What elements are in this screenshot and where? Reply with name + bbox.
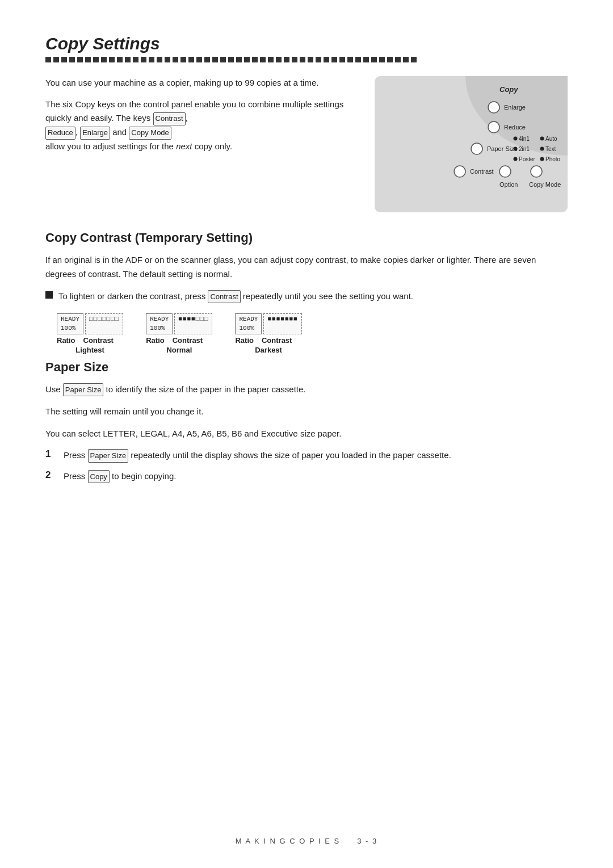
contrast-key: Contrast xyxy=(153,112,186,125)
papersize-key-inline: Paper Size xyxy=(63,383,104,396)
label-row-lightest: Ratio Contrast xyxy=(57,336,114,345)
svg-point-15 xyxy=(540,147,544,151)
ratio-label-normal: Ratio xyxy=(146,336,165,345)
contrast-para1: If an original is in the ADF or on the s… xyxy=(45,253,568,282)
svg-text:Copy Mode: Copy Mode xyxy=(529,181,561,188)
papersize-para1: Use Paper Size to identify the size of t… xyxy=(45,383,568,397)
contrast-label-darkest: Contrast xyxy=(262,336,292,345)
enlarge-key: Enlarge xyxy=(80,127,110,140)
step2-copy-key: Copy xyxy=(88,470,110,483)
lcd-row-normal: READY100% ■■■■□□□ xyxy=(146,313,212,334)
papersize-section-heading: Paper Size xyxy=(45,360,568,375)
svg-text:Poster: Poster xyxy=(519,156,536,162)
label-row-darkest: Ratio Contrast xyxy=(235,336,292,345)
title-divider xyxy=(45,57,568,62)
intro-para2: The six Copy keys on the control panel e… xyxy=(45,98,352,153)
step1-papersize-key: Paper Size xyxy=(88,449,129,462)
contrast-label-normal: Contrast xyxy=(173,336,203,345)
svg-text:Option: Option xyxy=(499,181,518,188)
lcd-contrast-darkest: ■■■■■■■ xyxy=(263,313,301,334)
svg-text:Text: Text xyxy=(545,146,556,152)
step-1-num: 1 xyxy=(45,448,57,460)
svg-point-21 xyxy=(454,166,465,177)
step-2: 2 Press Copy to begin copying. xyxy=(45,469,568,484)
lcd-contrast-lightest: □□□□□□□ xyxy=(85,313,123,334)
display-normal: READY100% ■■■■□□□ Ratio Contrast Normal xyxy=(146,313,212,354)
step-1: 1 Press Paper Size repeatedly until the … xyxy=(45,448,568,463)
display-lightest: READY100% □□□□□□□ Ratio Contrast Lightes… xyxy=(57,313,123,354)
footer-label: M A K I N G C O P I E S xyxy=(236,837,340,845)
lcd-left-lightest: READY100% xyxy=(57,313,83,334)
control-panel-image: Copy Enlarge Reduce 4in1 Auto Paper Size… xyxy=(375,76,568,212)
svg-point-25 xyxy=(531,166,542,177)
contrast-section-heading: Copy Contrast (Temporary Setting) xyxy=(45,230,568,245)
svg-point-17 xyxy=(514,157,518,161)
papersize-para3: You can select LETTER, LEGAL, A4, A5, A6… xyxy=(45,427,568,441)
step-2-num: 2 xyxy=(45,469,57,481)
contrast-key-inline: Contrast xyxy=(208,290,240,303)
bullet-icon xyxy=(45,291,53,299)
svg-text:Reduce: Reduce xyxy=(504,124,526,131)
svg-point-11 xyxy=(471,143,482,154)
svg-point-9 xyxy=(540,137,544,141)
svg-text:Photo: Photo xyxy=(545,156,561,162)
svg-text:Contrast: Contrast xyxy=(470,168,494,175)
step-1-text: Press Paper Size repeatedly until the di… xyxy=(64,448,568,463)
intro-text: You can use your machine as a copier, ma… xyxy=(45,76,352,212)
lcd-left-darkest: READY100% xyxy=(235,313,262,334)
svg-text:Paper Size: Paper Size xyxy=(487,145,518,152)
svg-text:2in1: 2in1 xyxy=(519,146,530,152)
reduce-key: Reduce xyxy=(45,127,75,140)
svg-text:Auto: Auto xyxy=(545,136,557,142)
page-title: Copy Settings xyxy=(45,34,568,53)
caption-lightest: Lightest xyxy=(57,346,123,354)
page-footer: M A K I N G C O P I E S 3 - 3 xyxy=(0,837,613,845)
ratio-label-lightest: Ratio xyxy=(57,336,75,345)
lcd-row-darkest: READY100% ■■■■■■■ xyxy=(235,313,301,334)
footer-page: 3 - 3 xyxy=(357,837,377,845)
intro-para1: You can use your machine as a copier, ma… xyxy=(45,76,352,90)
svg-point-7 xyxy=(514,137,518,141)
svg-point-23 xyxy=(499,166,511,177)
label-row-normal: Ratio Contrast xyxy=(146,336,203,345)
svg-text:Enlarge: Enlarge xyxy=(504,104,526,111)
display-darkest: READY100% ■■■■■■■ Ratio Contrast Darkest xyxy=(235,313,301,354)
svg-text:4in1: 4in1 xyxy=(519,136,530,142)
ratio-label-darkest: Ratio xyxy=(235,336,254,345)
step-2-text: Press Copy to begin copying. xyxy=(64,469,568,484)
intro-section: You can use your machine as a copier, ma… xyxy=(45,76,568,212)
svg-point-13 xyxy=(514,147,518,151)
svg-point-3 xyxy=(488,102,499,113)
lcd-left-normal: READY100% xyxy=(146,313,173,334)
caption-darkest: Darkest xyxy=(235,346,301,354)
contrast-label-lightest: Contrast xyxy=(83,336,114,345)
svg-point-5 xyxy=(488,121,499,133)
lcd-contrast-normal: ■■■■□□□ xyxy=(174,313,212,334)
lcd-row-lightest: READY100% □□□□□□□ xyxy=(57,313,123,334)
caption-normal: Normal xyxy=(146,346,212,354)
contrast-bullet-text: To lighten or darken the contrast, press… xyxy=(58,290,568,304)
svg-point-19 xyxy=(540,157,544,161)
papersize-para2: The setting will remain until you change… xyxy=(45,405,568,419)
copymode-key: Copy Mode xyxy=(129,127,171,140)
contrast-bullet: To lighten or darken the contrast, press… xyxy=(45,290,568,304)
display-panels: READY100% □□□□□□□ Ratio Contrast Lightes… xyxy=(57,313,568,354)
svg-text:Copy: Copy xyxy=(499,85,518,94)
